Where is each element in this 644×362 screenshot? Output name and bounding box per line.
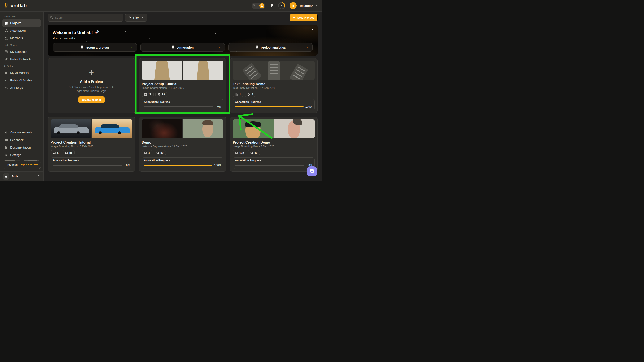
project-title: Demo (142, 140, 224, 144)
sidebar-item-label: Announcements (10, 131, 32, 134)
new-project-button[interactable]: + New Project (290, 14, 318, 21)
project-analytics-button[interactable]: Project analytics → (228, 43, 312, 51)
progress-track (144, 106, 213, 107)
sidebar-item-label: My Datasets (10, 50, 27, 53)
book-icon (255, 45, 259, 49)
unitlab-logo[interactable]: unitlab (3, 2, 26, 9)
rocket-emoji-icon (95, 30, 99, 35)
project-meta: Instance Segmentation - 13 Feb 2025 (142, 145, 224, 148)
sidebar-item-settings[interactable]: Settings (2, 151, 41, 159)
sidebar-section-data-space: Data Space (2, 42, 41, 48)
project-title: Project Creation Tutorial (50, 140, 132, 144)
sidebar-item-feedback[interactable]: Feedback (2, 136, 41, 144)
progress-track (144, 165, 212, 166)
sidebar-item-public-datasets[interactable]: Public Datasets (2, 55, 41, 63)
file-icon (235, 93, 238, 96)
layers-icon (65, 151, 68, 154)
sidebar-collapse-toggle[interactable]: Side (0, 171, 44, 181)
sidebar-item-my-ai-models[interactable]: My AI Models (2, 69, 41, 77)
sidebar-item-label: Settings (10, 153, 21, 157)
project-thumbnail (233, 119, 315, 138)
sidebar-item-projects[interactable]: Projects (2, 19, 41, 27)
progress-row: 0% (144, 105, 222, 108)
thumbnail-photo (92, 119, 132, 138)
project-card-creation-demo[interactable]: Project Creation Demo Image Bounding Box… (230, 117, 318, 172)
chat-widget-button[interactable] (307, 166, 317, 176)
project-meta: Text Entity Detection - 17 Sep 2025 (233, 86, 315, 90)
plan-upgrade-box[interactable]: Free plan Upgrade now (2, 160, 41, 169)
filter-button[interactable]: Filter (125, 14, 147, 21)
progress-label: Annotation Progress (235, 100, 312, 104)
layer-count-badge: 80 (154, 150, 166, 155)
user-name: Hojiakbar (298, 4, 313, 7)
annotation-progress: Annotation Progress 100% (233, 99, 315, 110)
banner-stars (56, 29, 56, 29)
car-shape (54, 127, 89, 133)
project-badges: 1 4 (233, 92, 315, 97)
project-card-setup-tutorial[interactable]: Project Setup Tutorial Image Segmentatio… (139, 58, 226, 113)
layer-count-badge: 13 (248, 150, 260, 155)
project-card-text-labeling-demo[interactable]: Text Labeling Demo Text Entity Detection… (230, 58, 318, 113)
users-icon (4, 36, 8, 40)
user-menu[interactable]: H Hojiakbar (290, 2, 318, 9)
image-icon (235, 151, 238, 154)
project-meta: Image Bounding Box - 5 Feb 2025 (233, 145, 315, 148)
sidebar-item-label: Public Datasets (10, 58, 32, 61)
search-input[interactable] (48, 14, 124, 21)
sidebar-item-documentation[interactable]: Documentation (2, 144, 41, 151)
annotation-progress: Annotation Progress 0% (142, 99, 224, 110)
image-icon (144, 93, 147, 96)
sidebar-item-label: My AI Models (10, 71, 28, 75)
asset-count: 22 (148, 93, 151, 96)
project-card-creation-tutorial[interactable]: Project Creation Tutorial Image Bounding… (48, 117, 136, 172)
layers-icon (250, 151, 253, 154)
sidebar-item-label: Documentation (10, 146, 31, 149)
sun-icon (252, 3, 256, 8)
label-count: 4 (252, 93, 253, 96)
project-thumbnail (50, 119, 132, 138)
add-project-title: Add a Project (80, 80, 103, 84)
sidebar-item-my-datasets[interactable]: My Datasets (2, 48, 41, 55)
project-card-demo[interactable]: Demo Instance Segmentation - 13 Feb 2025… (139, 117, 226, 172)
megaphone-icon (4, 130, 8, 134)
sidebar-item-label: Public AI Models (10, 79, 33, 82)
sidebar-item-label: API Keys (10, 86, 23, 90)
annotation-button[interactable]: Annotation → (140, 43, 225, 51)
sliders-icon (128, 16, 132, 19)
plus-icon: + (293, 15, 296, 20)
asset-count-badge: 6 (50, 150, 61, 155)
image-icon (53, 151, 56, 154)
progress-label: Annotation Progress (53, 159, 130, 162)
logo-text: unitlab (10, 3, 26, 8)
car-shape (95, 127, 130, 133)
upgrade-now-link[interactable]: Upgrade now (21, 163, 38, 166)
side-panel-icon (3, 173, 9, 180)
gear-icon (4, 153, 8, 157)
setup-project-button[interactable]: Setup a project → (52, 43, 137, 51)
label-count: 81 (70, 151, 72, 154)
sidebar-item-members[interactable]: Members (2, 34, 41, 42)
progress-track (235, 106, 303, 107)
document-shape (289, 63, 308, 80)
sidebar-item-automation[interactable]: Automation (2, 27, 41, 34)
sidebar-item-label: Members (10, 36, 23, 40)
notifications-bell-icon[interactable] (270, 3, 274, 8)
banner-close-button[interactable]: × (312, 28, 314, 31)
code-icon (4, 86, 8, 90)
document-icon (4, 146, 8, 149)
sidebar-item-api-keys[interactable]: API Keys (2, 84, 41, 92)
new-project-label: New Project (297, 16, 314, 19)
top-header: unitlab 4 H Hojiakbar (0, 0, 322, 11)
plus-icon: + (89, 68, 94, 77)
sidebar-item-public-ai-models[interactable]: AI Public AI Models (2, 77, 41, 84)
add-project-card[interactable]: + Add a Project Get Started with Annotat… (48, 58, 136, 113)
sidebar-section-annotation: Annotation (2, 13, 41, 19)
theme-toggle[interactable] (252, 2, 266, 9)
progress-value: 100% (306, 105, 312, 108)
progress-label: Annotation Progress (144, 100, 222, 104)
create-project-button[interactable]: Create project (78, 96, 104, 103)
usage-progress-ring[interactable]: 4 (278, 2, 285, 9)
sidebar-item-announcements[interactable]: Announcements (2, 129, 41, 136)
face-shape (246, 121, 260, 138)
grid-icon (4, 21, 8, 25)
